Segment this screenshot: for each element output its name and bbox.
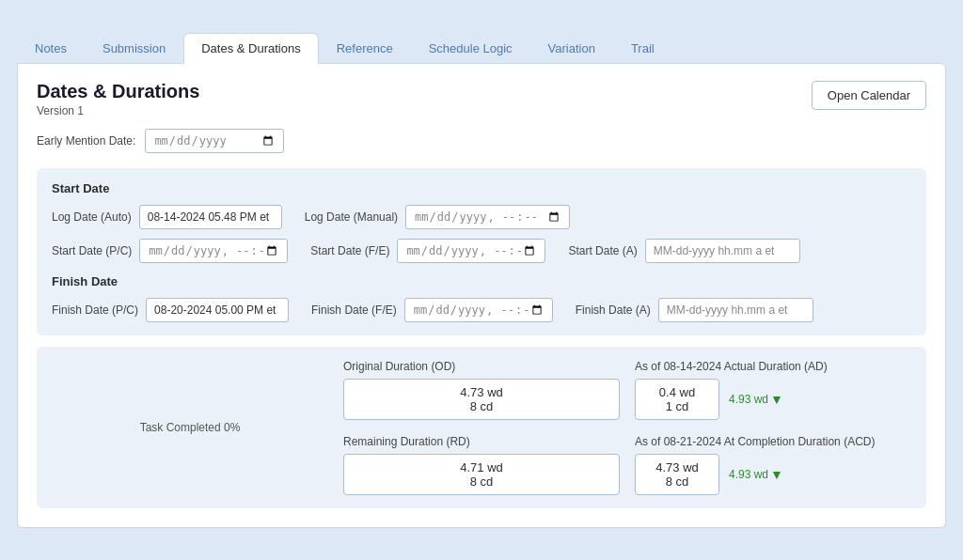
tab-schedule-logic[interactable]: Schedule Logic xyxy=(411,33,530,64)
remaining-duration-label: Remaining Duration (RD) xyxy=(343,435,620,448)
tab-trail[interactable]: Trail xyxy=(613,33,672,64)
page-title: Dates & Durations xyxy=(37,81,199,102)
log-date-manual-input[interactable] xyxy=(405,205,570,229)
open-calendar-button[interactable]: Open Calendar xyxy=(812,81,926,110)
completion-delta-value: 4.93 wd xyxy=(729,468,768,481)
completion-duration-cd: 8 cd xyxy=(645,474,709,489)
original-duration-label: Original Duration (OD) xyxy=(343,360,620,373)
remaining-duration-wd: 4.71 wd xyxy=(354,460,609,474)
start-date-pc-group: Start Date (P/C) xyxy=(52,239,288,263)
log-date-auto-value: 08-14-2024 05.48 PM et xyxy=(139,205,282,229)
tab-dates-durations[interactable]: Dates & Durations xyxy=(183,33,319,64)
completion-duration-block: As of 08-21-2024 At Completion Duration … xyxy=(635,435,911,495)
tab-bar: Notes Submission Dates & Durations Refer… xyxy=(17,32,946,63)
main-panel: Dates & Durations Version 1 Open Calenda… xyxy=(17,63,946,528)
start-date-pc-input[interactable] xyxy=(139,239,288,263)
finish-date-a-group: Finish Date (A) MM-dd-yyyy hh.mm a et xyxy=(576,298,813,322)
start-date-title: Start Date xyxy=(52,181,911,195)
actual-duration-cd: 1 cd xyxy=(645,399,709,413)
finish-date-fe-group: Finish Date (F/E) xyxy=(311,298,553,322)
start-date-fe-label: Start Date (F/E) xyxy=(310,244,389,257)
finish-date-fe-label: Finish Date (F/E) xyxy=(311,303,397,317)
start-date-fe-group: Start Date (F/E) xyxy=(310,239,545,263)
finish-date-pc-value: 08-20-2024 05.00 PM et xyxy=(146,298,289,322)
finish-date-a-value: MM-dd-yyyy hh.mm a et xyxy=(658,298,813,322)
completion-duration-row: 4.73 wd 8 cd 4.93 wd ▼ xyxy=(635,454,911,495)
actual-duration-block: As of 08-14-2024 Actual Duration (AD) 0.… xyxy=(635,360,911,420)
finish-date-pc-label: Finish Date (P/C) xyxy=(52,303,138,317)
task-completed-area: Task Completed 0% xyxy=(52,360,328,495)
start-date-a-group: Start Date (A) MM-dd-yyyy hh.mm a et xyxy=(568,239,799,263)
actual-duration-delta: 4.93 wd ▼ xyxy=(729,392,783,407)
start-date-pc-label: Start Date (P/C) xyxy=(52,244,132,257)
original-duration-cd: 8 cd xyxy=(354,399,609,413)
completion-duration-box: 4.73 wd 8 cd xyxy=(635,454,719,495)
duration-section: Original Duration (OD) 4.73 wd 8 cd As o… xyxy=(37,347,926,508)
completion-duration-delta: 4.93 wd ▼ xyxy=(729,467,783,482)
original-duration-block: Original Duration (OD) 4.73 wd 8 cd xyxy=(343,360,620,420)
log-date-manual-group: Log Date (Manual) xyxy=(305,205,570,229)
start-date-section: Start Date Log Date (Auto) 08-14-2024 05… xyxy=(37,168,926,335)
actual-delta-arrow-icon: ▼ xyxy=(770,392,783,407)
log-date-auto-label: Log Date (Auto) xyxy=(52,210,132,224)
start-date-a-value: MM-dd-yyyy hh.mm a et xyxy=(645,239,800,263)
start-date-row2: Start Date (P/C) Start Date (F/E) Start … xyxy=(52,239,911,263)
panel-header: Dates & Durations Version 1 Open Calenda… xyxy=(37,81,926,117)
tab-submission[interactable]: Submission xyxy=(85,33,183,64)
finish-date-title: Finish Date xyxy=(52,274,911,288)
remaining-duration-cd: 8 cd xyxy=(354,474,609,489)
actual-duration-wd: 0.4 wd xyxy=(645,385,709,399)
tab-variation[interactable]: Variation xyxy=(530,33,613,64)
completion-delta-arrow-icon: ▼ xyxy=(770,467,783,482)
start-date-row1: Log Date (Auto) 08-14-2024 05.48 PM et L… xyxy=(52,205,911,229)
early-mention-label: Early Mention Date: xyxy=(37,134,135,148)
log-date-auto-group: Log Date (Auto) 08-14-2024 05.48 PM et xyxy=(52,205,282,229)
actual-duration-row: 0.4 wd 1 cd 4.93 wd ▼ xyxy=(635,379,911,420)
finish-date-a-label: Finish Date (A) xyxy=(576,303,651,317)
finish-date-pc-group: Finish Date (P/C) 08-20-2024 05.00 PM et xyxy=(52,298,289,322)
remaining-duration-box: 4.71 wd 8 cd xyxy=(343,454,620,495)
original-duration-box: 4.73 wd 8 cd xyxy=(343,379,620,420)
completion-duration-label: As of 08-21-2024 At Completion Duration … xyxy=(635,435,911,448)
finish-date-fe-input[interactable] xyxy=(404,298,553,322)
early-mention-input[interactable] xyxy=(145,129,284,153)
actual-duration-box: 0.4 wd 1 cd xyxy=(635,379,719,420)
actual-duration-label: As of 08-14-2024 Actual Duration (AD) xyxy=(635,360,911,373)
start-date-fe-input[interactable] xyxy=(397,239,545,263)
tab-reference[interactable]: Reference xyxy=(319,33,411,64)
tab-notes[interactable]: Notes xyxy=(17,33,85,64)
panel-title-area: Dates & Durations Version 1 xyxy=(37,81,199,117)
version-subtitle: Version 1 xyxy=(37,104,199,117)
actual-delta-value: 4.93 wd xyxy=(729,393,768,406)
completion-duration-wd: 4.73 wd xyxy=(645,460,709,474)
finish-date-row1: Finish Date (P/C) 08-20-2024 05.00 PM et… xyxy=(52,298,911,322)
remaining-duration-block: Remaining Duration (RD) 4.71 wd 8 cd xyxy=(343,435,620,495)
task-completed-label: Task Completed 0% xyxy=(140,360,241,495)
early-mention-row: Early Mention Date: xyxy=(37,129,926,153)
app-container: Notes Submission Dates & Durations Refer… xyxy=(9,24,954,536)
log-date-manual-label: Log Date (Manual) xyxy=(305,210,398,224)
start-date-a-label: Start Date (A) xyxy=(568,244,637,257)
original-duration-wd: 4.73 wd xyxy=(354,385,609,399)
